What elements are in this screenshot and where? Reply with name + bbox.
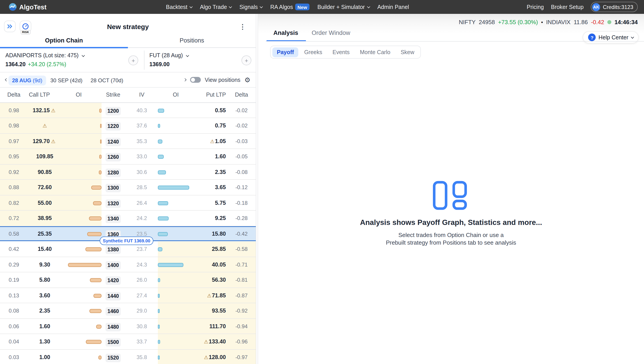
call-ltp[interactable]: 1.60⚠ bbox=[23, 318, 66, 334]
call-ltp[interactable]: 129.70⚠ bbox=[23, 134, 66, 149]
put-ltp[interactable]: ⚠9.25 bbox=[185, 210, 226, 226]
option-chain-row[interactable]: 0.92 90.85⚠ 1280 30.6 ⚠2.35 -0.08 bbox=[0, 164, 256, 180]
put-ltp[interactable]: ⚠1.60 bbox=[185, 149, 226, 164]
option-chain-row[interactable]: 0.08 2.35⚠ 1460 29.0 ⚠93.55 -0.92 bbox=[0, 303, 256, 318]
nav-ra-algos[interactable]: RA AlgosNew bbox=[270, 4, 310, 10]
nav-algo-trade[interactable]: Algo Trade bbox=[200, 4, 232, 10]
call-delta: 0.82 bbox=[4, 195, 24, 210]
call-ltp[interactable]: 90.85⚠ bbox=[23, 164, 66, 180]
call-delta: 0.06 bbox=[4, 318, 24, 334]
call-ltp[interactable]: 72.60⚠ bbox=[23, 180, 66, 195]
strike-cell: 1300 bbox=[102, 180, 124, 195]
put-ltp[interactable]: ⚠5.75 bbox=[185, 195, 226, 210]
put-ltp[interactable]: ⚠128.00 bbox=[185, 350, 226, 364]
nav-broker-setup[interactable]: Broker Setup bbox=[551, 4, 584, 10]
call-ltp[interactable]: 3.60⚠ bbox=[23, 288, 66, 303]
option-chain-row[interactable]: 0.29 9.30⚠ 1400 24.3 ⚠40.05 -0.71 bbox=[0, 257, 256, 272]
option-chain-row[interactable]: 0.98 132.15⚠ 1200 40.3 ⚠0.55 -0.02 bbox=[0, 103, 256, 118]
nav-backtest[interactable]: Backtest bbox=[166, 4, 192, 10]
put-oi-bar bbox=[158, 108, 164, 112]
nav-pricing[interactable]: Pricing bbox=[527, 4, 544, 10]
put-ltp[interactable]: ⚠2.35 bbox=[185, 164, 226, 180]
settings-gear-icon[interactable]: ⚙ bbox=[244, 76, 250, 84]
put-oi-bar bbox=[158, 186, 189, 190]
put-ltp[interactable]: ⚠15.80 bbox=[185, 226, 226, 242]
tab-option-chain[interactable]: Option Chain bbox=[0, 35, 128, 48]
put-ltp[interactable]: ⚠56.30 bbox=[185, 272, 226, 288]
option-chain-row[interactable]: 0.04 1.30⚠ 1500 33.7 ⚠133.40 -0.96 bbox=[0, 334, 256, 350]
put-ltp[interactable]: ⚠71.85 bbox=[185, 288, 226, 303]
avatar[interactable]: AK bbox=[592, 3, 600, 11]
call-ltp[interactable]: ⚠ bbox=[23, 118, 66, 134]
prev-expiry-icon[interactable] bbox=[5, 78, 8, 82]
iv: 35.8 bbox=[131, 350, 152, 364]
strike: 1460 bbox=[106, 307, 120, 316]
put-ltp[interactable]: ⚠0.75 bbox=[185, 118, 226, 134]
call-delta: 0.13 bbox=[4, 288, 24, 303]
option-chain-row[interactable]: 0.98 ⚠ 1220 37.6 ⚠0.75 -0.02 bbox=[0, 118, 256, 134]
option-chain-row[interactable]: 0.06 1.60⚠ 1480 30.8 ⚠111.70 -0.94 bbox=[0, 318, 256, 334]
call-ltp[interactable]: 2.35⚠ bbox=[23, 303, 66, 318]
call-ltp[interactable]: 132.15⚠ bbox=[23, 103, 66, 118]
strike-cell: 1340 bbox=[102, 210, 124, 226]
expiry-28-aug[interactable]: 28 AUG (9d) bbox=[8, 75, 46, 85]
call-ltp[interactable]: 55.00⚠ bbox=[23, 195, 66, 210]
underlying-selector[interactable]: ADANIPORTS (Lot size: 475) bbox=[5, 52, 84, 58]
tab-positions[interactable]: Positions bbox=[128, 35, 256, 48]
warning-icon: ⚠ bbox=[51, 138, 56, 144]
strike: 1380 bbox=[106, 246, 120, 254]
call-ltp[interactable]: 25.35⚠ bbox=[23, 226, 66, 242]
option-chain-row[interactable]: 0.95 109.85⚠ 1260 33.0 ⚠1.60 -0.05 bbox=[0, 149, 256, 164]
option-chain-row[interactable]: 0.88 72.60⚠ 1300 28.5 ⚠3.65 -0.12 bbox=[0, 180, 256, 195]
nav-builder-simulator[interactable]: Builder + Simulator bbox=[317, 4, 369, 10]
strike: 1340 bbox=[106, 215, 120, 223]
future-selector[interactable]: FUT (28 Aug) bbox=[149, 52, 188, 58]
kebab-menu-icon[interactable]: ⋮ bbox=[239, 23, 246, 31]
call-ltp[interactable]: 109.85⚠ bbox=[23, 149, 66, 164]
view-positions-toggle[interactable] bbox=[190, 77, 201, 83]
call-ltp[interactable]: 38.95⚠ bbox=[23, 210, 66, 226]
call-ltp[interactable]: 5.80⚠ bbox=[23, 272, 66, 288]
strike-cell: 1400 bbox=[102, 257, 124, 272]
put-oi-bar bbox=[158, 139, 162, 143]
call-delta: 0.19 bbox=[4, 272, 24, 288]
put-ltp[interactable]: ⚠0.55 bbox=[185, 103, 226, 118]
put-ltp[interactable]: ⚠40.05 bbox=[185, 257, 226, 272]
nav-admin-panel[interactable]: Admin Panel bbox=[377, 4, 409, 10]
put-delta: -0.42 bbox=[230, 226, 253, 242]
put-ltp[interactable]: ⚠3.65 bbox=[185, 180, 226, 195]
put-delta: -0.71 bbox=[230, 257, 253, 272]
col-oi-5: OI bbox=[173, 92, 179, 98]
brand[interactable]: AlgoTest bbox=[9, 0, 46, 14]
put-ltp[interactable]: ⚠25.85 bbox=[185, 242, 226, 257]
option-chain-row[interactable]: 0.03 1.00⚠ 1520 35.8 ⚠128.00 -0.97 bbox=[0, 350, 256, 364]
expiry-30-sep[interactable]: 30 SEP (42d) bbox=[50, 77, 82, 84]
option-chain-row[interactable]: 0.19 5.80⚠ 1420 26.0 ⚠56.30 -0.81 bbox=[0, 272, 256, 288]
add-future-button[interactable]: + bbox=[242, 56, 251, 65]
nav-signals[interactable]: Signals bbox=[240, 4, 262, 10]
chevron-down-icon bbox=[82, 54, 85, 57]
option-chain-row[interactable]: 0.72 38.95⚠ 1340 24.2 ⚠9.25 -0.28 bbox=[0, 210, 256, 226]
call-delta: 0.42 bbox=[4, 242, 24, 257]
put-ltp[interactable]: ⚠1.05 bbox=[185, 134, 226, 149]
put-delta: -0.81 bbox=[230, 272, 253, 288]
put-ltp[interactable]: ⚠133.40 bbox=[185, 334, 226, 350]
put-delta: -0.05 bbox=[230, 149, 253, 164]
put-ltp[interactable]: ⚠93.55 bbox=[185, 303, 226, 318]
option-chain-row[interactable]: 0.82 55.00⚠ 1320 26.4 ⚠5.75 -0.18 bbox=[0, 195, 256, 210]
call-oi-bar bbox=[86, 247, 102, 251]
call-ltp[interactable]: 9.30⚠ bbox=[23, 257, 66, 272]
call-ltp[interactable]: 1.30⚠ bbox=[23, 334, 66, 350]
put-delta: -0.08 bbox=[230, 164, 253, 180]
next-expiry-icon[interactable] bbox=[183, 78, 186, 82]
warning-icon: ⚠ bbox=[204, 354, 208, 360]
call-ltp[interactable]: 15.40⚠ bbox=[23, 242, 66, 257]
call-ltp[interactable]: 1.00⚠ bbox=[23, 350, 66, 364]
add-underlying-button[interactable]: + bbox=[128, 56, 138, 65]
put-ltp[interactable]: ⚠111.70 bbox=[185, 318, 226, 334]
option-chain-row[interactable]: 0.13 3.60⚠ 1440 27.4 ⚠71.85 -0.87 bbox=[0, 288, 256, 303]
empty-title: Analysis shows Payoff Graph, Statistics … bbox=[258, 218, 644, 227]
credits-pill[interactable]: AK Credits:3123 bbox=[591, 2, 638, 12]
expiry-28-oct[interactable]: 28 OCT (70d) bbox=[90, 77, 123, 84]
option-chain-row[interactable]: 0.97 129.70⚠ 1240 35.3 ⚠1.05 -0.03 bbox=[0, 134, 256, 149]
